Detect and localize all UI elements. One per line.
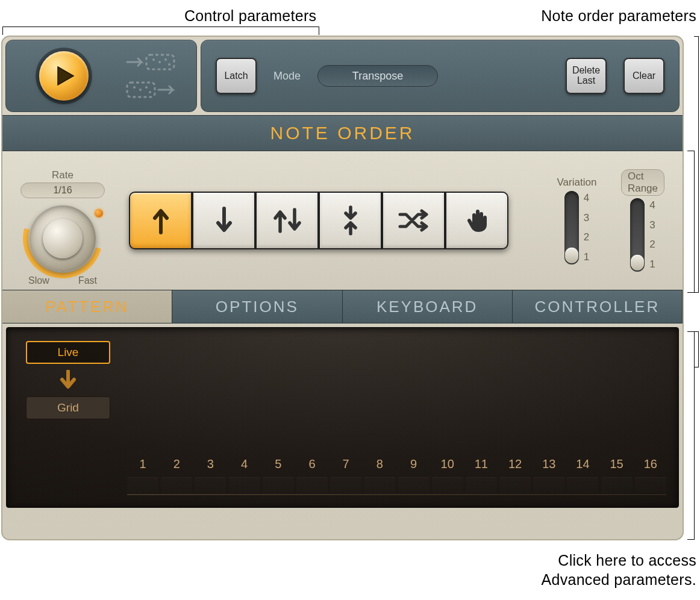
shuffle-icon — [398, 207, 430, 234]
routing-icons — [125, 51, 179, 101]
live-grid-toggle: Live Grid — [26, 341, 110, 419]
step-num: 16 — [635, 457, 666, 471]
transport-panel — [5, 40, 197, 112]
tab-controller[interactable]: CONTROLLER — [513, 290, 683, 323]
rate-block: Rate 1/16 Slow Fast — [20, 169, 105, 272]
callout-note-order-parameters: Note order parameters — [541, 7, 696, 25]
advanced-tabs: PATTERN OPTIONS KEYBOARD CONTROLLER — [2, 290, 683, 323]
rate-knob[interactable] — [30, 205, 96, 272]
step-num: 15 — [601, 457, 633, 471]
svg-point-8 — [139, 89, 142, 91]
bracket-advanced2 — [694, 331, 699, 367]
step-num: 12 — [499, 457, 531, 471]
arrow-up-icon — [151, 206, 171, 235]
arrow-updown-icon — [272, 206, 303, 235]
step-num: 13 — [533, 457, 564, 471]
direction-updown-button[interactable] — [255, 192, 319, 249]
mode-label: Mode — [273, 70, 301, 83]
play-icon — [57, 66, 75, 86]
arrow-down-icon — [214, 206, 234, 235]
note-order-body: Rate 1/16 Slow Fast — [2, 151, 683, 290]
mode-panel: Latch Mode Transpose Delete Last Clear — [201, 40, 680, 112]
variation-label: Variation — [557, 177, 597, 189]
step-cell[interactable] — [195, 477, 226, 493]
step-cell[interactable] — [635, 477, 666, 493]
step-num: 7 — [330, 457, 361, 471]
step-num: 3 — [195, 457, 226, 471]
step-num: 1 — [127, 457, 158, 471]
step-cell[interactable] — [499, 477, 531, 493]
pattern-live-button[interactable]: Live — [26, 341, 110, 364]
step-num: 2 — [161, 457, 192, 471]
step-cell[interactable] — [567, 477, 598, 493]
hand-icon — [465, 207, 489, 234]
step-cells — [127, 477, 666, 493]
capture-out-icon — [125, 79, 179, 101]
control-parameters-strip: Latch Mode Transpose Delete Last Clear — [2, 37, 683, 112]
arrow-converge-icon — [339, 205, 363, 236]
callout-control-parameters: Control parameters — [184, 7, 316, 25]
step-num: 4 — [229, 457, 260, 471]
oct-range-slider-thumb[interactable] — [631, 255, 644, 270]
pattern-area: Live Grid 1 2 3 4 5 6 7 8 9 10 11 12 13 … — [6, 327, 679, 508]
step-cell[interactable] — [533, 477, 564, 493]
tab-options[interactable]: OPTIONS — [172, 290, 342, 323]
delete-last-button[interactable]: Delete Last — [566, 58, 607, 94]
direction-random-button[interactable] — [382, 192, 445, 249]
direction-asplayed-button[interactable] — [445, 192, 508, 249]
callout-advanced-1: Click here to access — [558, 552, 696, 569]
step-num: 14 — [567, 457, 598, 471]
step-cell[interactable] — [127, 477, 158, 493]
step-num: 10 — [432, 457, 463, 471]
step-cell[interactable] — [398, 477, 430, 493]
play-button[interactable] — [39, 51, 89, 101]
step-cell[interactable] — [296, 477, 328, 493]
pattern-grid-button[interactable]: Grid — [26, 396, 110, 419]
step-cell[interactable] — [364, 477, 395, 493]
direction-converge-button[interactable] — [319, 192, 382, 249]
oct-range-ticks: 4 3 2 1 — [649, 198, 655, 272]
bracket-note-order-right2 — [694, 36, 699, 293]
live-to-grid-arrow-icon — [60, 370, 77, 390]
step-cell[interactable] — [432, 477, 463, 493]
step-numbers: 1 2 3 4 5 6 7 8 9 10 11 12 13 14 15 16 — [127, 457, 666, 471]
svg-point-4 — [164, 58, 167, 61]
step-cell[interactable] — [161, 477, 192, 493]
clear-button[interactable]: Clear — [623, 58, 664, 94]
step-num: 11 — [466, 457, 497, 471]
step-cell[interactable] — [330, 477, 361, 493]
tab-pattern[interactable]: PATTERN — [2, 290, 172, 323]
step-num: 6 — [296, 457, 328, 471]
rate-label: Rate — [52, 169, 73, 181]
rate-knob-led — [95, 209, 103, 217]
oct-range-slider[interactable] — [630, 198, 645, 272]
step-baseline — [127, 494, 666, 495]
rate-max-label: Fast — [78, 275, 97, 286]
direction-down-button[interactable] — [192, 192, 255, 249]
oct-range-label[interactable]: Oct Range — [621, 169, 664, 196]
step-num: 5 — [263, 457, 294, 471]
step-num: 8 — [364, 457, 395, 471]
step-num: 9 — [398, 457, 430, 471]
direction-buttons — [129, 192, 508, 249]
step-cell[interactable] — [229, 477, 260, 493]
variation-slider[interactable] — [564, 191, 579, 264]
variation-slider-thumb[interactable] — [565, 248, 578, 263]
rate-value[interactable]: 1/16 — [20, 183, 105, 198]
capture-in-icon — [125, 51, 179, 73]
svg-point-3 — [158, 61, 161, 63]
svg-point-2 — [152, 58, 155, 61]
mode-selector[interactable]: Transpose — [317, 65, 438, 87]
variation-block: Variation 4 3 2 1 — [557, 177, 597, 264]
svg-point-9 — [145, 86, 148, 89]
direction-up-button[interactable] — [129, 192, 192, 249]
svg-marker-0 — [58, 67, 73, 85]
step-cell[interactable] — [601, 477, 633, 493]
variation-ticks: 4 3 2 1 — [584, 191, 589, 264]
tab-keyboard[interactable]: KEYBOARD — [343, 290, 513, 323]
callout-advanced-2: Advanced parameters. — [541, 571, 696, 589]
latch-button[interactable]: Latch — [216, 58, 257, 94]
oct-range-block: Oct Range 4 3 2 1 — [621, 169, 664, 272]
step-cell[interactable] — [466, 477, 497, 493]
step-cell[interactable] — [263, 477, 294, 493]
